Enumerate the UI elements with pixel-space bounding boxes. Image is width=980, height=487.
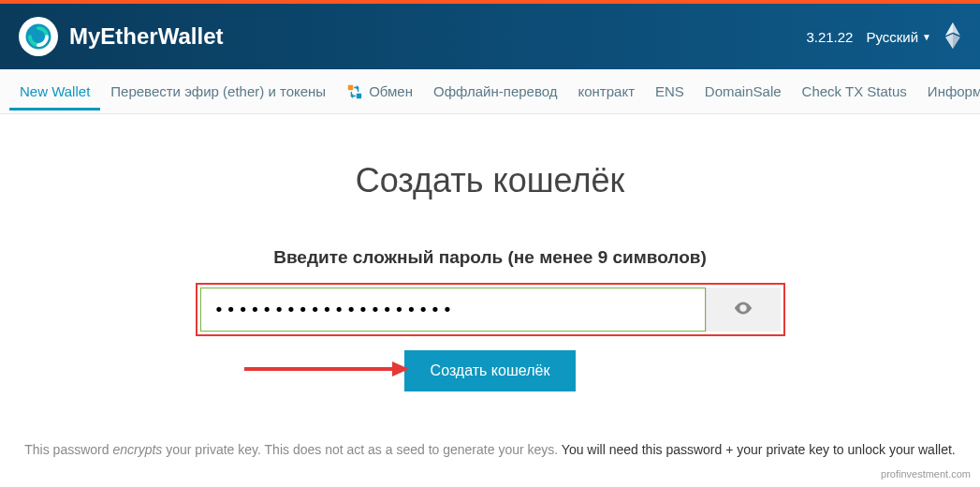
svg-point-3 xyxy=(741,306,745,310)
caret-down-icon: ▼ xyxy=(922,32,931,42)
toggle-password-visibility-button[interactable] xyxy=(706,288,781,332)
header: MyEtherWallet 3.21.22 Русский ▼ xyxy=(0,4,980,69)
brand-name: MyEtherWallet xyxy=(69,23,223,50)
nav-offline[interactable]: Оффлайн-перевод xyxy=(423,72,568,111)
page-title: Создать кошелёк xyxy=(19,161,961,200)
language-label: Русский xyxy=(866,29,918,45)
logo-icon xyxy=(19,17,58,56)
nav-contract[interactable]: контракт xyxy=(568,72,646,111)
nav-swap[interactable]: Обмен xyxy=(336,72,423,111)
nav-send[interactable]: Перевести эфир (ether) и токены xyxy=(100,72,336,111)
swap-icon xyxy=(346,83,363,100)
info-text: This password encrypts your private key.… xyxy=(19,439,961,460)
brand[interactable]: MyEtherWallet xyxy=(19,17,223,56)
nav-domainsale[interactable]: DomainSale xyxy=(695,72,792,111)
main-nav: New Wallet Перевести эфир (ether) и токе… xyxy=(0,69,980,114)
password-input[interactable] xyxy=(200,288,706,332)
language-dropdown[interactable]: Русский ▼ xyxy=(866,29,931,45)
nav-ens[interactable]: ENS xyxy=(645,72,695,111)
nav-walletinfo[interactable]: Информация о кошельк xyxy=(917,72,980,111)
nav-txstatus[interactable]: Check TX Status xyxy=(792,72,917,111)
version-label: 3.21.22 xyxy=(806,29,853,45)
nav-swap-label: Обмен xyxy=(369,83,413,99)
nav-new-wallet[interactable]: New Wallet xyxy=(9,72,100,111)
create-wallet-button[interactable]: Создать кошелёк xyxy=(404,350,577,391)
ethereum-icon[interactable] xyxy=(944,22,961,52)
password-highlight-box xyxy=(196,283,785,336)
eye-icon xyxy=(733,298,753,321)
annotation-arrow-icon xyxy=(242,358,411,384)
svg-rect-2 xyxy=(357,93,361,97)
password-subtitle: Введите сложный пароль (не менее 9 симво… xyxy=(19,247,961,268)
main-content: Создать кошелёк Введите сложный пароль (… xyxy=(0,114,980,487)
svg-rect-1 xyxy=(348,84,353,89)
watermark: profinvestment.com xyxy=(881,468,971,480)
